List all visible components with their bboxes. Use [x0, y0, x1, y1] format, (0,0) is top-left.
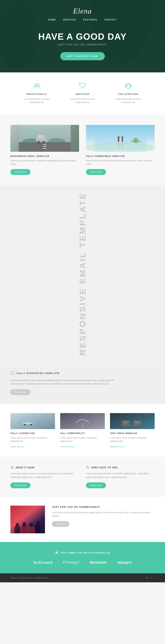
- send-text-0: Lorem ipsum dolor sit amet, consectetur …: [10, 472, 79, 479]
- svg-rect-13: [38, 135, 44, 138]
- send-section: SEND IT NOW Lorem ipsum dolor sit amet, …: [0, 457, 165, 497]
- main-nav: HOME SERVICES FEATURES CONTACT: [3, 18, 162, 21]
- svg-rect-12: [36, 137, 46, 142]
- module-item-0: FULLY LAYERED PSD Lorem ipsum dolor sit …: [10, 412, 55, 448]
- supported-read-more-button[interactable]: Read more: [10, 389, 30, 395]
- hero-section: Elena HOME SERVICES FEATURES CONTACT HAV…: [0, 0, 165, 72]
- nav-services[interactable]: SERVICES: [63, 18, 76, 21]
- featured-icon: [55, 551, 58, 555]
- feature-item-everyone: FOR EVERYONE Lorem ipsum dolor sit amet …: [111, 83, 146, 104]
- nav-contact[interactable]: CONTACT: [104, 18, 117, 21]
- footer-social-twitter[interactable]: t: [154, 576, 155, 579]
- module-image-shoes: [110, 412, 155, 430]
- module-text-1: Lorem ipsum dolor sit amet, consectetur …: [60, 436, 105, 443]
- hero-subtitle: JUST FOR YOU ON THEMEFOREST: [3, 44, 162, 46]
- send-icon-0: [10, 466, 14, 470]
- supported-title: FULLY SUPPORTED TEMPLATE: [17, 372, 60, 375]
- features-section: PROFESIONALS Lorem ipsum dolor sit amet …: [0, 72, 165, 114]
- footer-social: G+ f t: [146, 576, 155, 579]
- featured-logo-mashable: Mashable: [90, 560, 107, 564]
- svg-point-15: [38, 142, 39, 143]
- module-title-0: FULLY LAYERED PSD: [10, 432, 55, 434]
- footer-social-facebook[interactable]: f: [151, 576, 152, 579]
- send-title-1: VERY NICE TO SEE: [91, 466, 118, 469]
- featured-label-row: THIS TEMPLATE WAS FEATURED ON: [14, 551, 151, 555]
- module-item-2: VERY GREAT MODULES Lorem ipsum dolor sit…: [110, 412, 155, 448]
- supported-section: FULLY SUPPORTED TEMPLATE Lorem ipsum dol…: [0, 362, 165, 404]
- read-more-button-1[interactable]: Read more: [86, 169, 106, 175]
- blog-section: RESPONSIVE EMAIL TEMPLATE Lorem ipsum do…: [0, 114, 165, 185]
- svg-point-34: [24, 424, 25, 426]
- svg-point-27: [134, 138, 138, 142]
- send-item-0: SEND IT NOW Lorem ipsum dolor sit amet, …: [10, 466, 79, 488]
- template-vertical-text: RESPONSIVE EMAIL TEMPLATE: [78, 192, 87, 356]
- nav-home[interactable]: HOME: [48, 18, 56, 21]
- svg-point-24: [121, 136, 124, 138]
- everyone-icon: [111, 83, 146, 90]
- modules-grid: FULLY LAYERED PSD Lorem ipsum dolor sit …: [10, 412, 155, 448]
- template-showcase-section: RESPONSIVE EMAIL TEMPLATE: [0, 185, 165, 362]
- send-icon-1: [86, 466, 89, 470]
- vertical-text-container: RESPONSIVE EMAIL TEMPLATE: [78, 192, 87, 356]
- svg-point-35: [30, 424, 32, 426]
- nav-features[interactable]: FEATURES: [83, 18, 97, 21]
- professionals-icon: [19, 83, 54, 90]
- blog-card-title-0: RESPONSIVE EMAIL TEMPLATE: [10, 155, 79, 158]
- module-text-0: Lorem ipsum dolor sit amet, consectetur …: [10, 436, 55, 443]
- svg-point-64: [23, 522, 26, 525]
- svg-rect-23: [118, 138, 119, 142]
- module-image-skate: [10, 412, 55, 430]
- svg-rect-32: [10, 413, 55, 429]
- blog-image-car: [10, 125, 79, 152]
- send-read-more-0[interactable]: Read more: [10, 482, 30, 488]
- blog-card-1: FULLY COMPATIBLE TEMPLATE Lorem ipsum do…: [86, 125, 155, 175]
- footer: Elanez © Copyright 2013 · Unsubscribe he…: [0, 573, 165, 582]
- svg-point-57: [88, 468, 88, 468]
- svg-rect-8: [43, 146, 46, 147]
- blog-card-title-1: FULLY COMPATIBLE TEMPLATE: [86, 155, 155, 158]
- svg-point-62: [35, 524, 41, 533]
- svg-point-11: [48, 138, 66, 144]
- amateurs-icon: [65, 83, 100, 90]
- featured-logo-promail: Promail: [63, 560, 80, 565]
- svg-rect-9: [43, 148, 46, 149]
- cta-button[interactable]: GET YOUR COPY NOW: [60, 52, 105, 60]
- modules-section: FULLY LAYERED PSD Lorem ipsum dolor sit …: [0, 404, 165, 457]
- feature-title-2: FOR EVERYONE: [111, 93, 146, 96]
- module-image-rain: [60, 412, 105, 430]
- svg-point-22: [118, 136, 120, 138]
- themeforest-title: JUST FOR YOU ON THEMEFOREST: [52, 506, 155, 508]
- footer-social-gplus[interactable]: G+: [146, 576, 149, 579]
- blog-card-0: RESPONSIVE EMAIL TEMPLATE Lorem ipsum do…: [10, 125, 79, 175]
- svg-point-65: [30, 522, 32, 525]
- send-read-more-1[interactable]: Read more: [86, 482, 106, 488]
- blog-image-beach: [86, 125, 155, 152]
- themeforest-buy-button[interactable]: Buy now: [52, 521, 69, 527]
- supported-text: Lorem ipsum dolor sit amet, consectetur …: [10, 379, 118, 386]
- module-text-2: Lorem ipsum dolor sit amet, consectetur …: [110, 436, 155, 443]
- check-link-2[interactable]: Check this out >: [110, 446, 125, 448]
- feature-text-2: Lorem ipsum dolor sit amet consectetur e…: [111, 98, 146, 104]
- svg-rect-33: [23, 423, 33, 424]
- feature-text-0: Lorem ipsum dolor sit amet consectetur e…: [19, 98, 54, 104]
- feature-item-amateurs: AMATEURS Lorem ipsum dolor sit amet cons…: [65, 83, 100, 104]
- feature-text-1: Lorem ipsum dolor sit amet consectetur e…: [65, 98, 100, 104]
- themeforest-content: JUST FOR YOU ON THEMEFOREST Lorem ipsum …: [52, 506, 155, 527]
- svg-point-54: [12, 468, 12, 468]
- module-item-1: FULL COMPATIBILITY Lorem ipsum dolor sit…: [60, 412, 105, 448]
- blog-card-text-0: Lorem ipsum dolor sit amet, consectetur …: [10, 159, 79, 166]
- footer-copyright: Elanez © Copyright 2013 · Unsubscribe he…: [10, 577, 48, 579]
- read-more-button-0[interactable]: Read more: [10, 169, 30, 175]
- feature-title-0: PROFESIONALS: [19, 93, 54, 96]
- themeforest-section: JUST FOR YOU ON THEMEFOREST Lorem ipsum …: [0, 497, 165, 542]
- svg-point-63: [16, 523, 19, 526]
- svg-point-66: [37, 522, 39, 524]
- svg-point-0: [34, 84, 37, 86]
- send-title-0: SEND IT NOW: [15, 466, 35, 469]
- check-link-1[interactable]: Check this out >: [60, 446, 75, 448]
- module-title-1: FULL COMPATIBILITY: [60, 432, 105, 434]
- svg-rect-43: [110, 413, 155, 429]
- send-title-row-0: SEND IT NOW: [10, 466, 79, 470]
- feature-title-1: AMATEURS: [65, 93, 100, 96]
- check-link-0[interactable]: Check this out >: [10, 446, 25, 448]
